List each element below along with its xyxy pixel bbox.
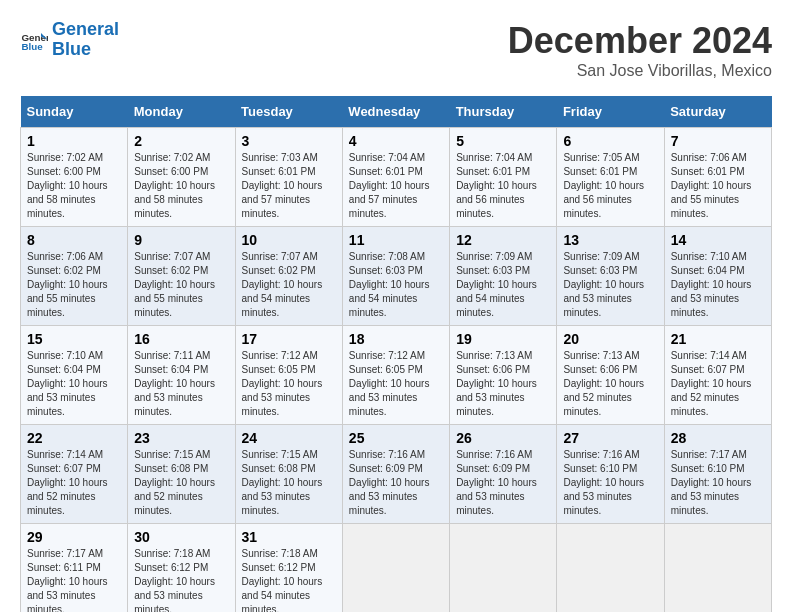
day-number: 3 xyxy=(242,133,336,149)
day-info: Sunrise: 7:13 AM Sunset: 6:06 PM Dayligh… xyxy=(456,349,550,419)
calendar-cell: 8 Sunrise: 7:06 AM Sunset: 6:02 PM Dayli… xyxy=(21,227,128,326)
day-info: Sunrise: 7:10 AM Sunset: 6:04 PM Dayligh… xyxy=(671,250,765,320)
day-number: 13 xyxy=(563,232,657,248)
calendar-cell: 9 Sunrise: 7:07 AM Sunset: 6:02 PM Dayli… xyxy=(128,227,235,326)
day-info: Sunrise: 7:12 AM Sunset: 6:05 PM Dayligh… xyxy=(242,349,336,419)
day-info: Sunrise: 7:03 AM Sunset: 6:01 PM Dayligh… xyxy=(242,151,336,221)
day-info: Sunrise: 7:04 AM Sunset: 6:01 PM Dayligh… xyxy=(349,151,443,221)
calendar-cell: 10 Sunrise: 7:07 AM Sunset: 6:02 PM Dayl… xyxy=(235,227,342,326)
day-number: 24 xyxy=(242,430,336,446)
calendar-cell xyxy=(664,524,771,613)
day-number: 11 xyxy=(349,232,443,248)
calendar-cell: 18 Sunrise: 7:12 AM Sunset: 6:05 PM Dayl… xyxy=(342,326,449,425)
header-wednesday: Wednesday xyxy=(342,96,449,128)
day-number: 17 xyxy=(242,331,336,347)
day-info: Sunrise: 7:15 AM Sunset: 6:08 PM Dayligh… xyxy=(134,448,228,518)
day-info: Sunrise: 7:17 AM Sunset: 6:10 PM Dayligh… xyxy=(671,448,765,518)
day-info: Sunrise: 7:13 AM Sunset: 6:06 PM Dayligh… xyxy=(563,349,657,419)
day-info: Sunrise: 7:07 AM Sunset: 6:02 PM Dayligh… xyxy=(134,250,228,320)
title-section: December 2024 San Jose Viborillas, Mexic… xyxy=(508,20,772,80)
day-info: Sunrise: 7:09 AM Sunset: 6:03 PM Dayligh… xyxy=(456,250,550,320)
day-number: 18 xyxy=(349,331,443,347)
calendar-cell xyxy=(342,524,449,613)
calendar-week-row: 8 Sunrise: 7:06 AM Sunset: 6:02 PM Dayli… xyxy=(21,227,772,326)
calendar-cell: 31 Sunrise: 7:18 AM Sunset: 6:12 PM Dayl… xyxy=(235,524,342,613)
calendar-cell: 25 Sunrise: 7:16 AM Sunset: 6:09 PM Dayl… xyxy=(342,425,449,524)
day-number: 7 xyxy=(671,133,765,149)
calendar-cell xyxy=(557,524,664,613)
calendar-cell: 7 Sunrise: 7:06 AM Sunset: 6:01 PM Dayli… xyxy=(664,128,771,227)
calendar-cell: 13 Sunrise: 7:09 AM Sunset: 6:03 PM Dayl… xyxy=(557,227,664,326)
day-number: 22 xyxy=(27,430,121,446)
day-number: 5 xyxy=(456,133,550,149)
header-tuesday: Tuesday xyxy=(235,96,342,128)
page-header: General Blue GeneralBlue December 2024 S… xyxy=(20,20,772,80)
calendar-cell: 5 Sunrise: 7:04 AM Sunset: 6:01 PM Dayli… xyxy=(450,128,557,227)
day-info: Sunrise: 7:09 AM Sunset: 6:03 PM Dayligh… xyxy=(563,250,657,320)
day-info: Sunrise: 7:04 AM Sunset: 6:01 PM Dayligh… xyxy=(456,151,550,221)
day-number: 25 xyxy=(349,430,443,446)
calendar-cell: 4 Sunrise: 7:04 AM Sunset: 6:01 PM Dayli… xyxy=(342,128,449,227)
day-number: 16 xyxy=(134,331,228,347)
day-number: 9 xyxy=(134,232,228,248)
day-number: 1 xyxy=(27,133,121,149)
header-sunday: Sunday xyxy=(21,96,128,128)
day-number: 26 xyxy=(456,430,550,446)
day-number: 21 xyxy=(671,331,765,347)
header-thursday: Thursday xyxy=(450,96,557,128)
calendar-cell: 21 Sunrise: 7:14 AM Sunset: 6:07 PM Dayl… xyxy=(664,326,771,425)
day-info: Sunrise: 7:16 AM Sunset: 6:10 PM Dayligh… xyxy=(563,448,657,518)
day-number: 14 xyxy=(671,232,765,248)
day-number: 4 xyxy=(349,133,443,149)
calendar-cell: 12 Sunrise: 7:09 AM Sunset: 6:03 PM Dayl… xyxy=(450,227,557,326)
day-info: Sunrise: 7:06 AM Sunset: 6:01 PM Dayligh… xyxy=(671,151,765,221)
day-info: Sunrise: 7:12 AM Sunset: 6:05 PM Dayligh… xyxy=(349,349,443,419)
day-number: 12 xyxy=(456,232,550,248)
calendar-cell: 1 Sunrise: 7:02 AM Sunset: 6:00 PM Dayli… xyxy=(21,128,128,227)
day-number: 15 xyxy=(27,331,121,347)
day-info: Sunrise: 7:17 AM Sunset: 6:11 PM Dayligh… xyxy=(27,547,121,612)
calendar-cell: 20 Sunrise: 7:13 AM Sunset: 6:06 PM Dayl… xyxy=(557,326,664,425)
day-number: 2 xyxy=(134,133,228,149)
calendar-cell: 3 Sunrise: 7:03 AM Sunset: 6:01 PM Dayli… xyxy=(235,128,342,227)
header-monday: Monday xyxy=(128,96,235,128)
calendar-week-row: 22 Sunrise: 7:14 AM Sunset: 6:07 PM Dayl… xyxy=(21,425,772,524)
calendar-cell: 19 Sunrise: 7:13 AM Sunset: 6:06 PM Dayl… xyxy=(450,326,557,425)
calendar-cell: 6 Sunrise: 7:05 AM Sunset: 6:01 PM Dayli… xyxy=(557,128,664,227)
calendar-cell: 22 Sunrise: 7:14 AM Sunset: 6:07 PM Dayl… xyxy=(21,425,128,524)
calendar-cell: 28 Sunrise: 7:17 AM Sunset: 6:10 PM Dayl… xyxy=(664,425,771,524)
day-number: 31 xyxy=(242,529,336,545)
day-number: 30 xyxy=(134,529,228,545)
day-info: Sunrise: 7:07 AM Sunset: 6:02 PM Dayligh… xyxy=(242,250,336,320)
calendar-cell: 23 Sunrise: 7:15 AM Sunset: 6:08 PM Dayl… xyxy=(128,425,235,524)
day-number: 27 xyxy=(563,430,657,446)
day-info: Sunrise: 7:14 AM Sunset: 6:07 PM Dayligh… xyxy=(27,448,121,518)
day-info: Sunrise: 7:16 AM Sunset: 6:09 PM Dayligh… xyxy=(349,448,443,518)
calendar-table: Sunday Monday Tuesday Wednesday Thursday… xyxy=(20,96,772,612)
day-info: Sunrise: 7:02 AM Sunset: 6:00 PM Dayligh… xyxy=(134,151,228,221)
header-saturday: Saturday xyxy=(664,96,771,128)
day-info: Sunrise: 7:16 AM Sunset: 6:09 PM Dayligh… xyxy=(456,448,550,518)
svg-text:Blue: Blue xyxy=(21,41,43,52)
day-number: 20 xyxy=(563,331,657,347)
logo-icon: General Blue xyxy=(20,26,48,54)
calendar-subtitle: San Jose Viborillas, Mexico xyxy=(508,62,772,80)
day-number: 10 xyxy=(242,232,336,248)
calendar-week-row: 29 Sunrise: 7:17 AM Sunset: 6:11 PM Dayl… xyxy=(21,524,772,613)
calendar-cell: 14 Sunrise: 7:10 AM Sunset: 6:04 PM Dayl… xyxy=(664,227,771,326)
day-number: 6 xyxy=(563,133,657,149)
calendar-title: December 2024 xyxy=(508,20,772,62)
day-number: 23 xyxy=(134,430,228,446)
calendar-cell: 24 Sunrise: 7:15 AM Sunset: 6:08 PM Dayl… xyxy=(235,425,342,524)
day-number: 19 xyxy=(456,331,550,347)
logo: General Blue GeneralBlue xyxy=(20,20,119,60)
weekday-header-row: Sunday Monday Tuesday Wednesday Thursday… xyxy=(21,96,772,128)
calendar-cell: 29 Sunrise: 7:17 AM Sunset: 6:11 PM Dayl… xyxy=(21,524,128,613)
calendar-cell: 30 Sunrise: 7:18 AM Sunset: 6:12 PM Dayl… xyxy=(128,524,235,613)
calendar-cell xyxy=(450,524,557,613)
day-info: Sunrise: 7:11 AM Sunset: 6:04 PM Dayligh… xyxy=(134,349,228,419)
day-number: 8 xyxy=(27,232,121,248)
day-info: Sunrise: 7:15 AM Sunset: 6:08 PM Dayligh… xyxy=(242,448,336,518)
day-info: Sunrise: 7:05 AM Sunset: 6:01 PM Dayligh… xyxy=(563,151,657,221)
calendar-week-row: 15 Sunrise: 7:10 AM Sunset: 6:04 PM Dayl… xyxy=(21,326,772,425)
